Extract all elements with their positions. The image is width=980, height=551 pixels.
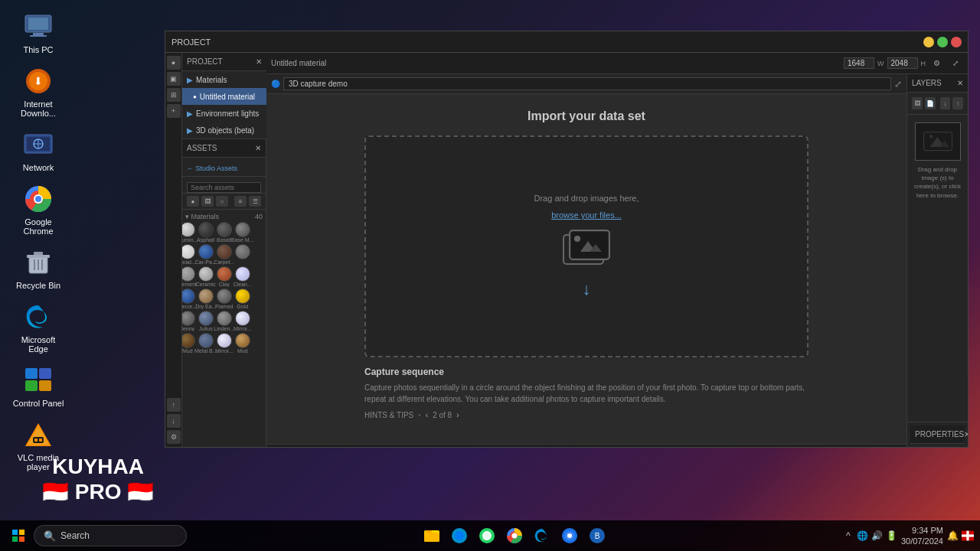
layers-close[interactable]: ✕	[957, 79, 963, 87]
mat-car[interactable]: Car-Pa...	[204, 244, 208, 265]
mat-base[interactable]: Base M...	[240, 222, 245, 243]
properties-close[interactable]: ✕	[964, 430, 968, 439]
clock-time: 9:34 PM	[901, 525, 943, 536]
filter-list[interactable]: ☰	[249, 196, 261, 207]
tray-battery[interactable]: 🔋	[886, 530, 898, 542]
chrome-icon	[23, 184, 54, 214]
mat-clay[interactable]: Clay	[222, 266, 227, 287]
tray-chevron[interactable]: ^	[842, 530, 854, 542]
layer-upload[interactable]: ↑	[952, 97, 963, 109]
url-input[interactable]	[283, 77, 891, 90]
start-button[interactable]	[6, 523, 31, 548]
mat-mud[interactable]: Mud	[185, 333, 190, 354]
browse-link[interactable]: browse your files...	[551, 210, 622, 220]
taskbar-whatsapp[interactable]	[475, 523, 499, 548]
viewport-area: 🔵 ⤢ Import your data set Drag and drop i…	[266, 74, 968, 447]
prev-page[interactable]: ‹	[426, 411, 428, 419]
desktop-icon-thispc[interactable]: This PC	[8, 8, 69, 58]
project-untitled[interactable]: ● Untitled material	[182, 88, 266, 105]
filter-circle[interactable]: ●	[187, 196, 199, 207]
mat-mad[interactable]: Mud	[240, 333, 245, 354]
desktop-icon-chrome[interactable]: GoogleChrome	[8, 180, 69, 240]
mat-ceramic[interactable]: Ceramic	[204, 266, 208, 287]
project-3d[interactable]: ▶ 3D objects (beta)	[182, 122, 266, 139]
desktop-icon-edge[interactable]: MicrosoftEdge	[8, 298, 69, 357]
project-env[interactable]: ▶ Environment lights	[182, 105, 266, 122]
taskbar-browser2[interactable]	[557, 523, 582, 548]
thispc-label: This PC	[23, 45, 53, 54]
project-materials[interactable]: ▶ Materials	[182, 71, 266, 88]
tool-icon-7[interactable]: ⚙	[167, 430, 181, 444]
maximize-button[interactable]	[937, 37, 948, 47]
taskbar-files[interactable]	[420, 523, 444, 548]
top-toolbar: Untitled material W H ⚙ ⤢	[266, 53, 968, 74]
mat-flamed[interactable]: Flamed	[222, 289, 227, 309]
mat-basalt[interactable]: Basalt	[222, 222, 227, 243]
layers-header: LAYERS ✕	[907, 74, 968, 93]
control-panel-icon	[23, 365, 54, 396]
tool-icon-5[interactable]: ↑	[167, 398, 181, 412]
expand-btn[interactable]: ⤢	[948, 57, 963, 69]
main-area: Untitled material W H ⚙ ⤢ 🔵	[266, 53, 968, 447]
mat-asphalt[interactable]: Asphalt	[204, 222, 208, 243]
studio-assets-link[interactable]: ← Studio Assets	[182, 158, 266, 177]
close-button[interactable]	[951, 37, 962, 47]
width-input[interactable]	[844, 57, 874, 69]
project-label: PROJECT	[172, 37, 211, 47]
settings-btn[interactable]: ⚙	[929, 57, 945, 69]
objects-label: 3D objects (beta)	[196, 126, 254, 135]
tool-icon-3[interactable]: ⊞	[167, 88, 181, 102]
search-bar[interactable]: 🔍 Search	[34, 525, 187, 546]
project-close[interactable]: ✕	[256, 57, 262, 66]
tray-volume[interactable]: 🔊	[871, 530, 884, 542]
layer-add-image[interactable]: 🖼	[912, 97, 923, 109]
mat-gold[interactable]: Gold	[240, 289, 245, 309]
mat-mirror[interactable]: Mirror...	[240, 311, 245, 331]
taskbar-chrome[interactable]	[502, 523, 527, 548]
height-input[interactable]	[887, 57, 918, 69]
mat-cement[interactable]: Cement	[185, 266, 190, 287]
tool-icon-1[interactable]: ●	[167, 56, 181, 70]
clock[interactable]: 9:34 PM 30/07/2024	[901, 525, 943, 547]
filter-image[interactable]: 🖼	[201, 196, 214, 207]
taskbar-browser3[interactable]: B	[585, 523, 609, 548]
mat-aluminum[interactable]: Alumin...	[185, 222, 190, 243]
tray-network[interactable]: 🌐	[857, 530, 869, 542]
internet-label: InternetDownlo...	[21, 99, 56, 118]
taskbar-browser1[interactable]	[447, 523, 472, 548]
mat-dry[interactable]: Dry Ea...	[204, 289, 208, 309]
taskbar-edge[interactable]	[530, 523, 554, 548]
mat-deco[interactable]: Decor...	[185, 289, 190, 309]
mat-linden[interactable]: Linden...	[222, 311, 227, 331]
mat-mirror2[interactable]: Mirror...	[222, 333, 227, 354]
clock-date: 30/07/2024	[901, 536, 943, 546]
layer-add-doc[interactable]: 📄	[925, 97, 936, 109]
minimize-button[interactable]	[923, 37, 934, 47]
url-expand[interactable]: ⤢	[894, 79, 902, 90]
assets-close[interactable]: ✕	[255, 144, 261, 152]
mat-bead[interactable]: Bead...	[185, 244, 190, 265]
filter-grid[interactable]: ≡	[234, 196, 247, 207]
svg-rect-30	[39, 439, 42, 442]
drop-zone[interactable]: Drag and drop images here, browse your f…	[364, 135, 808, 357]
tray-notification[interactable]: 🔔	[946, 530, 959, 542]
desktop-icon-recycle[interactable]: Recycle Bin	[8, 243, 69, 294]
layer-download[interactable]: ↓	[940, 97, 951, 109]
tool-icon-4[interactable]: +	[167, 104, 181, 118]
mat-clean[interactable]: Clean...	[240, 266, 245, 287]
search-input[interactable]	[187, 182, 261, 193]
mat-carpet2[interactable]	[240, 244, 245, 265]
tray-language[interactable]	[962, 530, 974, 542]
mat-metalb[interactable]: Metal B...	[204, 333, 208, 354]
next-page[interactable]: ›	[456, 411, 459, 419]
filter-sphere[interactable]: ○	[216, 196, 228, 207]
hints-tips: HINTS & TIPS • ‹ 2 of 8 ›	[364, 411, 808, 419]
desktop-icon-network[interactable]: Network	[8, 126, 69, 176]
mat-julius[interactable]: Julius	[204, 311, 208, 331]
tool-icon-2[interactable]: ▣	[167, 72, 181, 86]
mat-carpet[interactable]: Carpet...	[222, 244, 227, 265]
desktop-icon-control[interactable]: Control Panel	[8, 361, 69, 412]
desktop-icon-internet[interactable]: ⬇ InternetDownlo...	[8, 62, 69, 122]
tool-icon-6[interactable]: ↓	[167, 414, 181, 428]
mat-jenny[interactable]: Jenny	[185, 311, 190, 331]
